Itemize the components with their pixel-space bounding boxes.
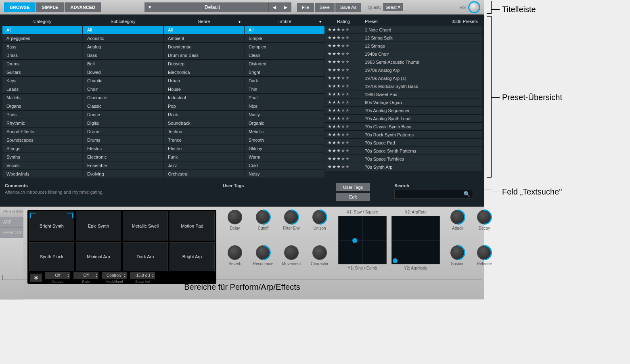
rating-stars[interactable]: ★★★★★ bbox=[325, 59, 362, 65]
preset-row[interactable]: ★★★★★70s Space Synth Patterns bbox=[325, 147, 482, 155]
filter-list-subcategory[interactable]: AllAcousticAnalogBassBellBowedChaoticCho… bbox=[83, 26, 163, 178]
knob-character[interactable] bbox=[312, 245, 327, 260]
perform-tab-perform[interactable]: PERFORM bbox=[0, 207, 23, 217]
filter-item[interactable]: Choir bbox=[83, 85, 163, 94]
saveas-button[interactable]: Save As bbox=[335, 3, 361, 12]
filter-item[interactable]: All bbox=[245, 26, 324, 34]
filter-item[interactable]: Evolving bbox=[83, 170, 163, 178]
filter-item[interactable]: Bass bbox=[2, 43, 82, 51]
filter-item[interactable]: Arpeggiated bbox=[2, 34, 82, 43]
filter-item[interactable]: Leads bbox=[2, 85, 82, 94]
filter-item[interactable]: Classic bbox=[83, 102, 163, 111]
knob-decay[interactable] bbox=[477, 210, 492, 224]
filter-item[interactable]: Ambient bbox=[164, 34, 244, 43]
filter-item[interactable]: Rhythmic bbox=[2, 119, 82, 128]
filter-item[interactable]: Woodwinds bbox=[2, 170, 82, 178]
mode-tab-simple[interactable]: SIMPLE bbox=[36, 2, 64, 12]
filter-item[interactable]: Dubstep bbox=[164, 60, 244, 68]
perform-tab-arp[interactable]: ARP bbox=[0, 217, 23, 228]
filter-item[interactable]: Pads bbox=[2, 111, 82, 119]
octave-field[interactable]: Off▴▾ bbox=[45, 272, 70, 279]
filter-item[interactable]: Rock bbox=[164, 111, 244, 119]
filter-item[interactable]: Pop bbox=[164, 102, 244, 111]
edit-button[interactable]: Edit bbox=[336, 193, 370, 201]
filter-item[interactable]: Guitars bbox=[2, 68, 82, 77]
knob-resonance[interactable] bbox=[256, 245, 270, 260]
pad-7[interactable]: Bright Arp bbox=[170, 242, 215, 271]
filter-item[interactable]: Bell bbox=[83, 60, 163, 68]
filter-item[interactable]: Drone bbox=[83, 128, 163, 136]
filter-item[interactable]: Strings bbox=[2, 144, 82, 153]
rating-stars[interactable]: ★★★★★ bbox=[325, 132, 362, 137]
filter-item[interactable]: Drums bbox=[83, 136, 163, 144]
xy-pad-1[interactable] bbox=[338, 216, 387, 264]
preset-row[interactable]: ★★★★★12 String Split bbox=[325, 34, 482, 42]
filter-item[interactable]: Nice bbox=[245, 102, 324, 111]
pad-3[interactable]: Motion Pad bbox=[170, 211, 215, 241]
rating-stars[interactable]: ★★★★★ bbox=[325, 84, 362, 89]
preset-row[interactable]: ★★★★★1 Note Chord bbox=[325, 26, 482, 34]
filter-item[interactable]: Chaotic bbox=[83, 77, 163, 85]
filter-item[interactable]: Analog bbox=[83, 43, 163, 51]
knob-filter-env[interactable] bbox=[284, 210, 299, 224]
rating-stars[interactable]: ★★★★★ bbox=[325, 140, 362, 145]
filter-item[interactable]: All bbox=[164, 26, 244, 34]
filter-item[interactable]: Ensemble bbox=[83, 161, 163, 170]
filter-item[interactable]: Nasty bbox=[245, 111, 324, 119]
filter-item[interactable]: Jazz bbox=[164, 161, 244, 170]
knob-sustain[interactable] bbox=[450, 245, 465, 260]
pad-6[interactable]: Dark Arp bbox=[123, 242, 168, 271]
perform-tab-effects[interactable]: EFFECTS bbox=[0, 228, 23, 238]
filter-item[interactable]: Warm bbox=[245, 153, 324, 161]
volume-knob[interactable] bbox=[468, 1, 480, 13]
mode-tab-browse[interactable]: BROWSE bbox=[4, 2, 36, 12]
preset-row[interactable]: ★★★★★60s Vintage Organ bbox=[325, 98, 482, 107]
preset-row[interactable]: ★★★★★70s Analog Synth Lead bbox=[325, 115, 482, 123]
filter-item[interactable]: Dance bbox=[83, 111, 163, 119]
snapvol-field[interactable]: -15.8 dB▴▾ bbox=[130, 272, 155, 279]
filter-item[interactable]: Mallets bbox=[2, 94, 82, 102]
filter-item[interactable]: Organs bbox=[2, 102, 82, 111]
rating-stars[interactable]: ★★★★★ bbox=[325, 51, 362, 56]
filter-item[interactable]: Orchestral bbox=[164, 170, 244, 178]
preset-dropdown-button[interactable]: ▾ bbox=[144, 2, 156, 12]
rating-stars[interactable]: ★★★★★ bbox=[325, 43, 362, 48]
preset-row[interactable]: ★★★★★70s Rock Synth Patterns bbox=[325, 131, 482, 139]
filter-item[interactable]: Electro bbox=[164, 144, 244, 153]
pad-4[interactable]: Synth Pluck bbox=[29, 242, 74, 271]
filter-item[interactable]: Bass bbox=[83, 51, 163, 60]
search-input[interactable]: 🔍 bbox=[394, 190, 473, 199]
filter-item[interactable]: Cold bbox=[245, 161, 324, 170]
preset-row[interactable]: ★★★★★1970s Analog Arp (1) bbox=[325, 74, 482, 82]
pad-2[interactable]: Metallic Swell bbox=[123, 211, 168, 241]
filter-item[interactable]: Synths bbox=[2, 153, 82, 161]
filter-item[interactable]: All bbox=[2, 26, 82, 34]
knob-cutoff[interactable] bbox=[256, 210, 270, 224]
filter-item[interactable]: Sound Effects bbox=[2, 128, 82, 136]
preset-row[interactable]: ★★★★★1963 Semi-Acoustic Thumb bbox=[325, 58, 482, 66]
knob-attack[interactable] bbox=[450, 210, 465, 224]
filter-item[interactable]: Urban bbox=[164, 77, 244, 85]
save-button[interactable]: Save bbox=[315, 3, 335, 12]
filter-item[interactable]: Simple bbox=[245, 34, 324, 43]
filter-item[interactable]: Brass bbox=[2, 51, 82, 60]
rating-stars[interactable]: ★★★★★ bbox=[325, 124, 362, 129]
filter-item[interactable]: Thin bbox=[245, 85, 324, 94]
preset-row[interactable]: ★★★★★70s Space Twinkles bbox=[325, 155, 482, 163]
filter-item[interactable]: Dark bbox=[245, 77, 324, 85]
filter-item[interactable]: Drums bbox=[2, 60, 82, 68]
filter-item[interactable]: Bowed bbox=[83, 68, 163, 77]
gear-icon[interactable]: ✱ bbox=[30, 274, 42, 282]
preset-row[interactable]: ★★★★★70s Analog Sequencer bbox=[325, 107, 482, 115]
preset-list[interactable]: ★★★★★1 Note Chord★★★★★12 String Split★★★… bbox=[325, 26, 482, 178]
rating-stars[interactable]: ★★★★★ bbox=[325, 75, 362, 81]
preset-row[interactable]: ★★★★★1970s Modular Synth Bass bbox=[325, 82, 482, 90]
filter-item[interactable]: Techno bbox=[164, 128, 244, 136]
preset-name-display[interactable]: Default bbox=[156, 2, 269, 12]
filter-item[interactable]: Trance bbox=[164, 136, 244, 144]
knob-release[interactable] bbox=[477, 245, 492, 260]
filter-header-timbre[interactable]: Timbre▾ bbox=[245, 17, 324, 26]
filter-item[interactable]: Drum and Bass bbox=[164, 51, 244, 60]
preset-row[interactable]: ★★★★★1980 Sweet Pad bbox=[325, 90, 482, 98]
filter-list-category[interactable]: AllArpeggiatedBassBrassDrumsGuitarsKeysL… bbox=[2, 26, 82, 178]
